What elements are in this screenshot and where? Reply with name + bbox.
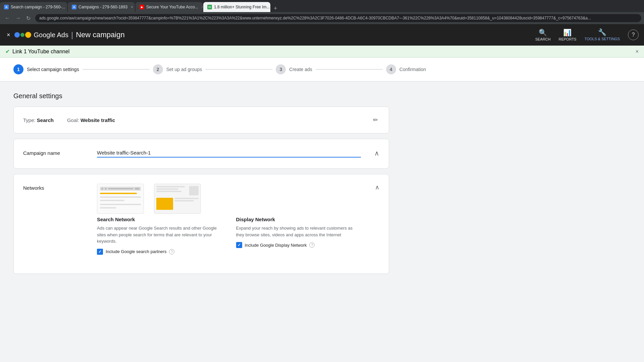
- step-3[interactable]: 3 Create ads: [276, 64, 312, 74]
- tools-label: TOOLS & SETTINGS: [584, 37, 620, 41]
- search-network-section: Search Network Ads can appear near Googl…: [97, 217, 223, 255]
- networks-card: Networks: [13, 174, 389, 274]
- reports-icon: 📊: [563, 28, 572, 37]
- help-label: ?: [632, 32, 635, 38]
- notification-text: Link 1 YouTube channel: [12, 49, 69, 55]
- search-label: SEARCH: [535, 37, 551, 41]
- type-field: Type: Search: [23, 117, 54, 123]
- goal-field: Goal: Website traffic: [67, 117, 115, 123]
- tab2-favicon: A: [72, 5, 76, 9]
- networks-content: Networks: [14, 174, 389, 274]
- logo-circle-green: [20, 33, 24, 37]
- campaign-name-card: Campaign name ∧: [13, 139, 389, 169]
- step-4-label: Confirmation: [399, 67, 426, 72]
- tab3-label: Secure Your YouTube Acco...: [146, 5, 198, 9]
- tab3-close[interactable]: ×: [202, 5, 203, 9]
- tab4-favicon: W: [207, 5, 212, 9]
- address-bar[interactable]: ads.google.com/aw/campaigns/new/search?o…: [35, 14, 641, 22]
- display-line-2: [156, 188, 178, 190]
- search-network-image: [97, 184, 144, 214]
- display-network-section: Display Network Expand your reach by sho…: [236, 217, 362, 255]
- campaign-name-collapse-button[interactable]: ∧: [374, 149, 379, 157]
- display-network-image-block: [154, 184, 204, 217]
- back-button[interactable]: ←: [3, 14, 12, 22]
- tools-icon: 🔧: [598, 28, 606, 36]
- goal-value: Website traffic: [80, 117, 115, 123]
- display-line-4: [174, 198, 199, 199]
- search-line-1: [100, 193, 137, 194]
- display-line-1: [156, 186, 185, 187]
- search-network-image-block: [97, 184, 147, 217]
- search-partners-help-icon[interactable]: ?: [169, 249, 174, 254]
- notification-close-button[interactable]: ×: [636, 49, 639, 55]
- google-ads-logo: Google Ads: [14, 31, 68, 39]
- type-goal-card: Type: Search Goal: Website traffic ✏: [13, 107, 389, 133]
- tab-1[interactable]: A Search campaign - 279-560-... ×: [0, 2, 67, 12]
- reports-nav-button[interactable]: 📊 REPORTS: [558, 28, 576, 41]
- tools-nav-button[interactable]: 🔧 TOOLS & SETTINGS: [584, 28, 620, 41]
- tab-4[interactable]: W 1.8 million+ Stunning Free Im... ×: [203, 2, 270, 12]
- topbar-dot2: [105, 188, 107, 190]
- search-icon: 🔍: [539, 28, 547, 37]
- type-goal-content: Type: Search Goal: Website traffic ✏: [14, 107, 389, 133]
- search-line-2: [100, 196, 141, 198]
- campaign-name-input-wrap: [97, 148, 361, 158]
- display-network-checkbox[interactable]: [236, 242, 242, 248]
- help-nav-button[interactable]: ?: [628, 29, 639, 40]
- display-line-3: [156, 191, 181, 192]
- display-img-thumb: [189, 186, 199, 195]
- topbar-dot: [101, 188, 103, 190]
- page-title: New campaign: [76, 31, 125, 39]
- notification-bar: ✔ Link 1 YouTube channel ×: [0, 46, 644, 58]
- display-network-image: [154, 184, 201, 214]
- tab-3[interactable]: ▶ Secure Your YouTube Acco... ×: [136, 2, 203, 12]
- search-nav-button[interactable]: 🔍 SEARCH: [535, 28, 551, 41]
- section-title: General settings: [13, 92, 389, 100]
- network-pair: [97, 184, 362, 217]
- header-divider: |: [71, 30, 73, 40]
- display-network-desc: Expand your reach by showing ads to rele…: [236, 225, 362, 238]
- step-2[interactable]: 2 Set up ad groups: [153, 64, 202, 74]
- step-1[interactable]: 1 Select campaign settings: [13, 64, 79, 74]
- browser-chrome: ← → ↻ ads.google.com/aw/campaigns/new/se…: [0, 12, 644, 24]
- step-2-label: Set up ad groups: [166, 67, 202, 72]
- edit-button[interactable]: ✏: [372, 115, 379, 125]
- reports-label: REPORTS: [558, 37, 576, 41]
- step-1-label: Select campaign settings: [27, 67, 79, 72]
- tab2-label: Campaigns - 279-560-1893: [78, 5, 127, 9]
- new-tab-button[interactable]: +: [271, 5, 280, 12]
- step-1-circle: 1: [13, 64, 23, 74]
- notification-check-icon: ✔: [5, 48, 10, 55]
- campaign-name-content: Campaign name ∧: [14, 139, 389, 168]
- step-4-circle: 4: [386, 64, 396, 74]
- search-partners-checkbox[interactable]: [97, 249, 103, 255]
- tab3-favicon: ▶: [140, 5, 144, 9]
- url-text: ads.google.com/aw/campaigns/new/search?o…: [39, 16, 591, 20]
- search-network-checkbox-row: Include Google search partners ?: [97, 249, 223, 255]
- display-side2: [174, 198, 199, 210]
- nav-buttons: ← → ↻: [3, 14, 33, 22]
- stepper: 1 Select campaign settings 2 Set up ad g…: [0, 58, 644, 81]
- forward-button[interactable]: →: [13, 14, 23, 22]
- campaign-name-input[interactable]: [97, 148, 361, 158]
- close-button[interactable]: ×: [5, 30, 12, 40]
- step-3-circle: 3: [276, 64, 286, 74]
- type-value: Search: [37, 117, 54, 123]
- header-actions: 🔍 SEARCH 📊 REPORTS 🔧 TOOLS & SETTINGS ?: [535, 28, 639, 41]
- tab1-label: Search campaign - 279-560-...: [11, 5, 65, 9]
- topbar-bar: [108, 188, 133, 189]
- display-yellow-box: [156, 198, 173, 210]
- step-4[interactable]: 4 Confirmation: [386, 64, 426, 74]
- goal-label: Goal:: [67, 117, 79, 123]
- header-left: × Google Ads | New campaign: [5, 30, 125, 40]
- tab2-close[interactable]: ×: [131, 5, 133, 9]
- step-connector-2: [205, 69, 272, 70]
- step-2-circle: 2: [153, 64, 163, 74]
- reload-button[interactable]: ↻: [24, 14, 33, 22]
- search-topbar: [100, 187, 141, 191]
- display-network-help-icon[interactable]: ?: [309, 242, 315, 248]
- step-3-label: Create ads: [289, 67, 312, 72]
- tab-2[interactable]: A Campaigns - 279-560-1893 ×: [68, 2, 135, 12]
- networks-collapse-button[interactable]: ∧: [375, 184, 379, 263]
- display-network-checkbox-row: Include Google Display Network ?: [236, 242, 362, 248]
